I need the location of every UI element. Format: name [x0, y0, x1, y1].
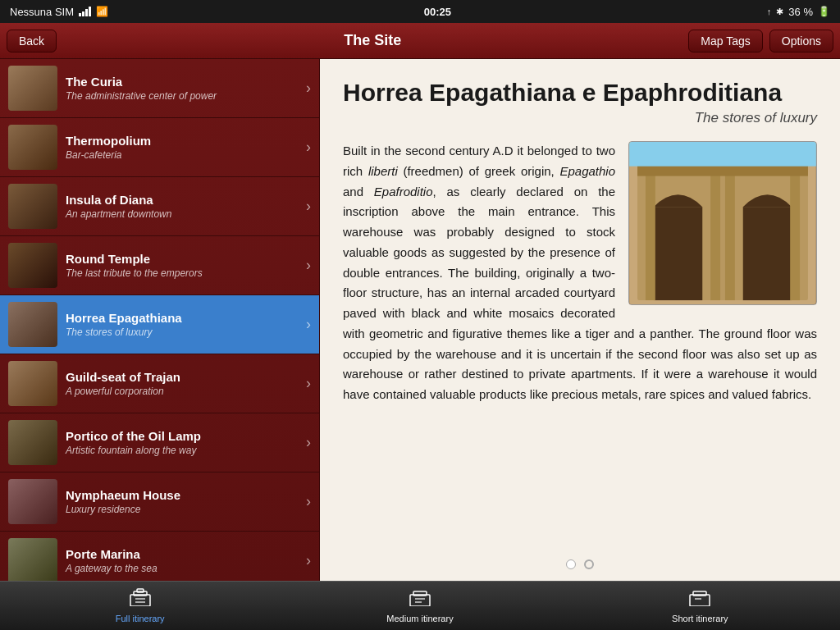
status-bar: Nessuna SIM 📶 00:25 ↑ ✱ 36 % 🔋: [0, 0, 840, 23]
tab-full-itinerary[interactable]: Full itinerary: [0, 583, 280, 628]
body-text-2: (freedmen) of greek origin,: [398, 164, 560, 178]
sidebar-item-subtitle-7: Luxury residence: [66, 504, 301, 515]
tab-icon-full: [129, 588, 152, 611]
sidebar-item-text-5: Guild-seat of Trajan A powerful corporat…: [66, 370, 306, 397]
svg-rect-3: [743, 207, 792, 300]
back-button[interactable]: Back: [7, 30, 57, 52]
thumb-1: [8, 125, 57, 170]
tab-label-medium: Medium itinerary: [386, 614, 453, 623]
sidebar-item-subtitle-3: The last tribute to the emperors: [66, 267, 301, 279]
chevron-icon-0: ›: [306, 80, 311, 97]
options-button[interactable]: Options: [769, 30, 833, 52]
svg-rect-9: [629, 142, 816, 167]
sidebar-item-title-8: Porte Marina: [66, 547, 301, 561]
sidebar-item-subtitle-4: The stores of luxury: [66, 326, 301, 338]
sidebar-item-0[interactable]: The Curia The administrative center of p…: [0, 59, 319, 118]
chevron-icon-1: ›: [306, 139, 311, 156]
tab-label-full: Full itinerary: [116, 614, 165, 623]
body-italic-3: Epafroditio: [374, 185, 433, 199]
sidebar-item-title-6: Portico of the Oil Lamp: [66, 429, 301, 443]
status-bar-right: ↑ ✱ 36 % 🔋: [767, 6, 830, 18]
map-tags-button[interactable]: Map Tags: [688, 30, 762, 52]
thumb-7: [8, 479, 57, 524]
nav-bar: Back The Site Map Tags Options: [0, 23, 840, 59]
sidebar-item-text-7: Nymphaeum House Luxury residence: [66, 488, 306, 515]
signal-bars: [79, 7, 91, 16]
sidebar-item-7[interactable]: Nymphaeum House Luxury residence ›: [0, 472, 319, 532]
pagination-dot-0[interactable]: [566, 559, 576, 569]
carrier-label: Nessuna SIM: [10, 6, 74, 18]
svg-rect-12: [137, 589, 144, 592]
svg-rect-20: [693, 591, 706, 596]
sidebar-item-subtitle-6: Artistic fountain along the way: [66, 445, 301, 456]
sidebar-item-text-2: Insula of Diana An apartment downtown: [66, 193, 306, 220]
body-italic-2: Epagathio: [559, 164, 615, 178]
tab-short-itinerary[interactable]: Short itinerary: [560, 583, 840, 628]
sidebar-item-5[interactable]: Guild-seat of Trajan A powerful corporat…: [0, 354, 319, 413]
sidebar: The Curia The administrative center of p…: [0, 59, 320, 581]
sidebar-item-subtitle-1: Bar-cafeteria: [66, 149, 301, 161]
sidebar-item-subtitle-5: A powerful corporation: [66, 386, 301, 397]
svg-rect-5: [710, 167, 720, 300]
tab-icon-short: [688, 588, 711, 611]
detail-title: Horrea Epagathiana e Epaphroditiana: [343, 79, 817, 107]
sidebar-item-title-5: Guild-seat of Trajan: [66, 370, 301, 384]
status-bar-left: Nessuna SIM 📶: [10, 6, 108, 18]
tab-medium-itinerary[interactable]: Medium itinerary: [280, 583, 559, 628]
sidebar-item-title-7: Nymphaeum House: [66, 488, 301, 502]
sidebar-item-3[interactable]: Round Temple The last tribute to the emp…: [0, 236, 319, 295]
sidebar-item-2[interactable]: Insula of Diana An apartment downtown ›: [0, 177, 319, 236]
svg-rect-4: [646, 167, 655, 300]
detail-image: [628, 141, 817, 305]
chevron-icon-6: ›: [306, 434, 311, 451]
chevron-icon-4: ›: [306, 316, 311, 333]
svg-rect-19: [690, 595, 710, 606]
detail-subtitle: The stores of luxury: [343, 110, 817, 126]
sidebar-item-8[interactable]: Porte Marina A gateway to the sea ›: [0, 532, 319, 581]
sidebar-item-title-1: Thermopolium: [66, 134, 301, 148]
chevron-icon-7: ›: [306, 493, 311, 510]
sidebar-item-6[interactable]: Portico of the Oil Lamp Artistic fountai…: [0, 413, 319, 472]
sidebar-item-1[interactable]: Thermopolium Bar-cafeteria ›: [0, 118, 319, 177]
sidebar-item-text-1: Thermopolium Bar-cafeteria: [66, 134, 306, 161]
location-icon: ↑: [767, 7, 772, 16]
pagination-dots: [566, 559, 594, 569]
sidebar-item-text-4: Horrea Epagathiana The stores of luxury: [66, 311, 306, 338]
battery-icon: 🔋: [818, 6, 830, 17]
sidebar-item-title-0: The Curia: [66, 75, 301, 89]
nav-title: The Site: [57, 32, 688, 49]
detail-pane: Horrea Epagathiana e Epaphroditiana The …: [320, 59, 840, 581]
body-text-3: and: [343, 185, 374, 199]
svg-rect-10: [130, 595, 150, 606]
svg-rect-2: [654, 207, 702, 300]
battery-label: 36 %: [788, 6, 813, 18]
wifi-icon: 📶: [96, 6, 108, 17]
sidebar-item-subtitle-2: An apartment downtown: [66, 208, 301, 220]
thumb-8: [8, 538, 57, 581]
sidebar-item-title-4: Horrea Epagathiana: [66, 311, 301, 325]
main-content: The Curia The administrative center of p…: [0, 59, 840, 581]
svg-rect-15: [410, 595, 430, 606]
thumb-6: [8, 420, 57, 465]
tab-label-short: Short itinerary: [672, 614, 728, 623]
thumb-2: [8, 184, 57, 229]
sidebar-item-text-3: Round Temple The last tribute to the emp…: [66, 252, 306, 279]
svg-rect-6: [725, 167, 735, 300]
thumb-0: [8, 66, 57, 111]
detail-body: Built in the second century A.D it belon…: [343, 141, 817, 405]
tab-bar: Full itinerary Medium itinerary Short it…: [0, 581, 840, 630]
pagination-dot-1[interactable]: [584, 559, 594, 569]
chevron-icon-5: ›: [306, 375, 311, 392]
thumb-3: [8, 243, 57, 288]
sidebar-item-text-0: The Curia The administrative center of p…: [66, 75, 306, 102]
bluetooth-icon: ✱: [776, 7, 783, 17]
sidebar-item-text-8: Porte Marina A gateway to the sea: [66, 547, 306, 574]
sidebar-item-subtitle-0: The administrative center of power: [66, 90, 301, 102]
tab-icon-medium: [409, 588, 431, 611]
chevron-icon-8: ›: [306, 552, 311, 569]
svg-rect-8: [637, 165, 808, 176]
thumb-4: [8, 302, 57, 347]
svg-rect-7: [790, 167, 800, 300]
sidebar-item-title-2: Insula of Diana: [66, 193, 301, 207]
sidebar-item-4[interactable]: Horrea Epagathiana The stores of luxury …: [0, 295, 319, 354]
